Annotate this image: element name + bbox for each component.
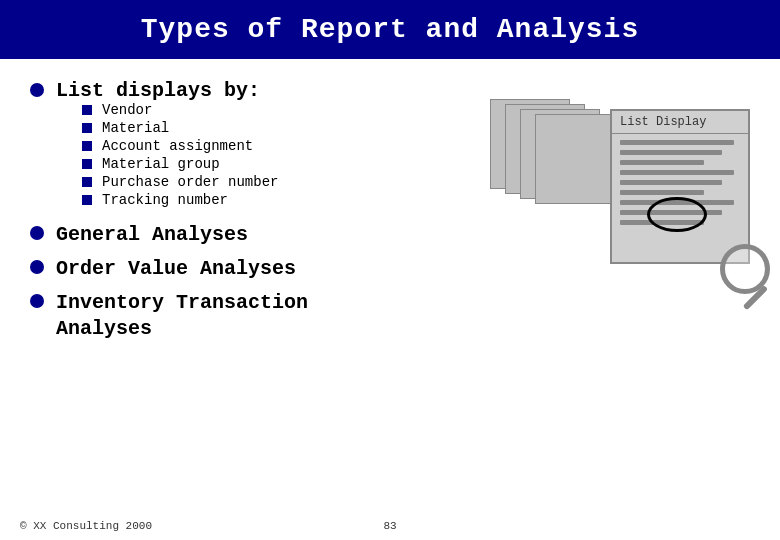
list-line-3	[620, 160, 704, 165]
sub-bullet-material-group	[82, 159, 92, 169]
bullet-dot-inventory	[30, 294, 44, 308]
magnifier-icon	[720, 244, 770, 294]
sub-item-purchase-order: Purchase order number	[82, 174, 278, 190]
list-line-2	[620, 150, 722, 155]
list-display-container: List Display	[610, 99, 750, 264]
sub-item-material-group: Material group	[82, 156, 278, 172]
magnifier-circle	[720, 244, 770, 294]
slide: Types of Report and Analysis List displa…	[0, 0, 780, 540]
slide-title: Types of Report and Analysis	[20, 14, 760, 45]
order-value-text: Order Value Analyses	[56, 256, 296, 282]
order-value-item: Order Value Analyses	[30, 256, 470, 282]
list-displays-section: List displays by: Vendor Material	[30, 79, 470, 212]
sub-text-tracking: Tracking number	[102, 192, 228, 208]
footer-center: 83	[383, 520, 396, 532]
left-panel: List displays by: Vendor Material	[30, 79, 490, 350]
content-area: List displays by: Vendor Material	[0, 59, 780, 360]
sub-item-vendor: Vendor	[82, 102, 278, 118]
stacked-pages-graphic	[490, 99, 555, 199]
header: Types of Report and Analysis	[0, 0, 780, 59]
list-line-4	[620, 170, 734, 175]
inventory-transaction-item: Inventory TransactionAnalyses	[30, 290, 470, 342]
sub-text-account: Account assignment	[102, 138, 253, 154]
list-display-document: List Display	[610, 109, 750, 264]
sub-text-vendor: Vendor	[102, 102, 152, 118]
inventory-transaction-text: Inventory TransactionAnalyses	[56, 290, 308, 342]
bullet-dot-order	[30, 260, 44, 274]
sub-bullet-tracking	[82, 195, 92, 205]
sub-items-list: Vendor Material Account assignment	[82, 102, 278, 208]
highlight-ring	[647, 197, 707, 232]
general-analyses-text: General Analyses	[56, 222, 248, 248]
sub-item-account: Account assignment	[82, 138, 278, 154]
footer-left: © XX Consulting 2000	[20, 520, 152, 532]
sub-bullet-material	[82, 123, 92, 133]
sub-text-purchase-order: Purchase order number	[102, 174, 278, 190]
list-line-5	[620, 180, 722, 185]
main-bullets: General Analyses Order Value Analyses In…	[30, 222, 470, 342]
bullet-dot	[30, 83, 44, 97]
sub-bullet-vendor	[82, 105, 92, 115]
sub-item-tracking: Tracking number	[82, 192, 278, 208]
sub-bullet-account	[82, 141, 92, 151]
page-4	[535, 114, 615, 204]
list-displays-text: List displays by:	[56, 79, 260, 102]
list-display-header: List Display	[612, 111, 748, 134]
list-line-1	[620, 140, 734, 145]
list-line-6	[620, 190, 704, 195]
magnifier-handle	[743, 285, 768, 310]
list-displays-label: List displays by: Vendor Material	[56, 79, 278, 212]
sub-text-material: Material	[102, 120, 169, 136]
sub-item-material: Material	[82, 120, 278, 136]
general-analyses-item: General Analyses	[30, 222, 470, 248]
bullet-dot-general	[30, 226, 44, 240]
sub-bullet-purchase-order	[82, 177, 92, 187]
sub-text-material-group: Material group	[102, 156, 220, 172]
right-panel: List Display	[490, 79, 750, 350]
